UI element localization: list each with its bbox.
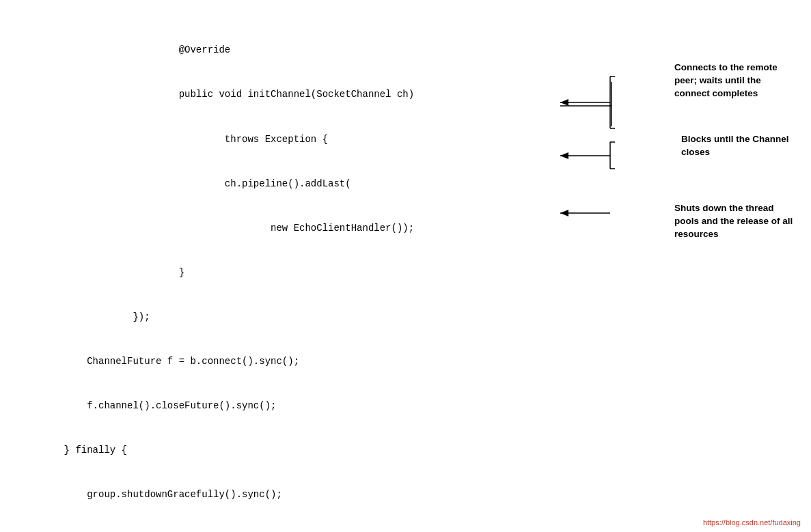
annotation-3: Shuts down the thread pools and the rele… [674, 202, 794, 241]
watermark-text: https://blog.csdn.net/fudaxing [703, 518, 801, 527]
code-line-11: group.shutdownGracefully().sync(); [41, 488, 811, 503]
annotation-1-text: Connects to the remote peer; waits until… [674, 62, 778, 98]
main-container: @Override public void initChannel(Socket… [0, 0, 811, 532]
annotation-3-text: Shuts down the thread pools and the rele… [674, 203, 793, 239]
code-line-10: } finally { [41, 443, 811, 458]
code-line-7: }); [41, 310, 811, 325]
watermark: https://blog.csdn.net/fudaxing [703, 518, 801, 527]
code-line-8: ChannelFuture f = b.connect().sync(); [41, 354, 811, 369]
annotation-1: Connects to the remote peer; waits until… [674, 61, 794, 100]
code-line-1: @Override [41, 43, 811, 58]
annotation-2: Blocks until the Channel closes [681, 133, 794, 159]
code-line-6: } [41, 266, 811, 281]
annotation-2-text: Blocks until the Channel closes [681, 134, 789, 157]
code-line-4: ch.pipeline().addLast( [41, 177, 811, 192]
code-line-9: f.channel().closeFuture().sync(); [41, 399, 811, 414]
